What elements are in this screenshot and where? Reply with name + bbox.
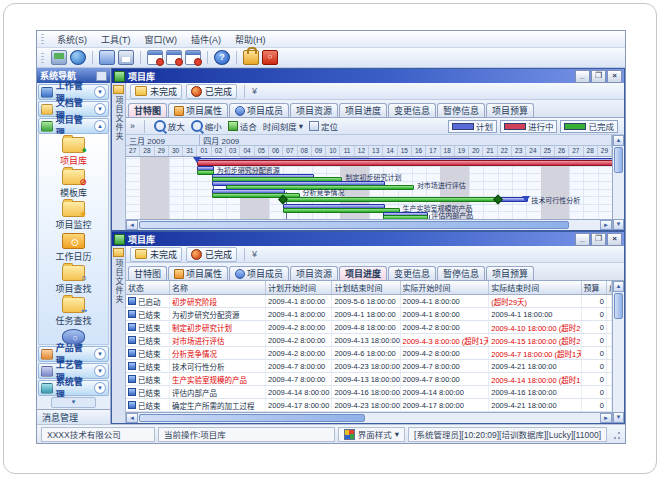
table-row[interactable]: 已结束分析竞争情况2009-4-2 8:00:002009-4-6 18:00:… (126, 347, 612, 360)
close-icon[interactable]: × (607, 233, 622, 246)
table-horizontal-scrollbar[interactable]: ◄ ► (126, 412, 612, 423)
sidebar-item-项目查找[interactable]: 项目查找 (39, 265, 108, 295)
zoom-out-button[interactable]: 缩小 (191, 120, 222, 132)
fit-button[interactable]: 适合 (228, 120, 257, 132)
toolbar-extra-button[interactable]: ¥ (252, 86, 257, 96)
toolbar-grip[interactable] (41, 53, 44, 63)
locate-button[interactable]: 定位 (309, 120, 338, 132)
toolbar-extra-button[interactable]: ¥ (252, 249, 257, 259)
save-icon[interactable] (118, 50, 134, 65)
menu-item-帮助(H)[interactable]: 帮助(H) (228, 34, 273, 46)
scrollbar-thumb[interactable] (614, 147, 623, 173)
gantt-horizontal-scrollbar[interactable]: ◄ ► (126, 219, 612, 230)
tab-暂停信息[interactable]: 暂停信息 (437, 103, 485, 117)
gantt-bar-done[interactable] (283, 197, 499, 202)
scrollbar-thumb[interactable] (139, 414, 365, 422)
interface-style-dropdown[interactable]: 界面样式 ▾ (338, 427, 405, 442)
tab-message-management[interactable]: 消息管理 (37, 409, 110, 424)
sidebar-item-项目监控[interactable]: 项目监控 (39, 201, 108, 231)
scroll-down-icon[interactable]: ▼ (613, 412, 624, 423)
sidebar-group-项目管理[interactable]: 项目管理▴ (38, 118, 109, 134)
menu-item-系统(S)[interactable]: 系统(S) (50, 34, 94, 46)
menu-item-窗口(W)[interactable]: 窗口(W) (138, 34, 185, 46)
project-folders-tab[interactable]: 项目文件夹 (112, 246, 126, 423)
table-row[interactable]: 已结束确定生产所需的加工过程2009-4-17 8:00:002009-4-23… (126, 399, 612, 412)
sidebar-collapse-icon[interactable]: ▾ (51, 397, 96, 408)
tab-项目资源[interactable]: 项目资源 (290, 103, 338, 117)
chevron-down-icon[interactable]: ▾ (94, 382, 106, 394)
tab-变更信息[interactable]: 变更信息 (388, 103, 436, 117)
table-row[interactable]: 已结束技术可行性分析2009-4-7 8:00:002009-4-23 18:0… (126, 360, 612, 373)
tab-甘特图[interactable]: 甘特图 (128, 266, 167, 280)
tab-项目进度[interactable]: 项目进度 (339, 103, 387, 117)
timescale-dropdown[interactable]: 时间刻度▾ (263, 120, 303, 132)
exit-icon[interactable]: ○ (262, 50, 278, 65)
minimize-icon[interactable]: _ (575, 70, 590, 83)
chevron-down-icon[interactable]: ▾ (94, 348, 106, 360)
tab-项目预算[interactable]: 项目预算 (486, 103, 534, 117)
sidebar-group-系统管理[interactable]: 系统管理▾ (38, 380, 109, 396)
tab-项目属性[interactable]: 项目属性 (168, 103, 228, 117)
tab-项目资源[interactable]: 项目资源 (290, 266, 338, 280)
column-header-状态[interactable]: 状态 (126, 281, 170, 294)
table-row[interactable]: 已启动初步研究阶段2009-4-1 8:00:002009-5-6 18:00:… (126, 295, 612, 308)
toolbar-overflow-button[interactable]: » (130, 121, 135, 131)
scroll-up-icon[interactable]: ▲ (613, 281, 624, 292)
lock-icon[interactable] (243, 50, 259, 65)
table-vertical-scrollbar[interactable]: ▲ ▼ (612, 281, 624, 423)
sidebar-item-模板库[interactable]: 模板库 (39, 169, 108, 199)
close-icon[interactable]: × (607, 70, 622, 83)
column-header-实际开始时间[interactable]: 实际开始时间 (401, 281, 490, 294)
table-row[interactable]: 已结束制定初步研究计划2009-4-2 8:00:002009-4-8 18:0… (126, 321, 612, 334)
window-cascade-icon[interactable] (147, 50, 163, 65)
tab-项目成员[interactable]: 项目成员 (229, 266, 289, 280)
gantt-vertical-scrollbar[interactable]: ▲ ▼ (612, 135, 624, 230)
sidebar-item-项目库[interactable]: 项目库 (39, 137, 108, 167)
table-row[interactable]: 已结束对市场进行评估2009-4-2 8:00:002009-4-13 18:0… (126, 334, 612, 347)
tab-项目成员[interactable]: 项目成员 (229, 103, 289, 117)
table-row[interactable]: 已结束生产实验室规模的产品2009-4-7 8:00:002009-4-13 1… (126, 373, 612, 386)
minimize-icon[interactable]: _ (575, 233, 590, 246)
zoom-in-button[interactable]: 放大 (154, 120, 185, 132)
open-folder-icon[interactable] (99, 50, 115, 65)
restore-icon[interactable]: ❐ (591, 70, 606, 83)
finished-button[interactable]: 已完成 (186, 247, 237, 262)
menubar-grip[interactable] (41, 34, 44, 44)
column-header-名称[interactable]: 名称 (170, 281, 266, 294)
window-title-bar[interactable]: 项目库 _ ❐ × (112, 232, 624, 246)
scroll-down-icon[interactable]: ▼ (613, 219, 624, 230)
scroll-left-icon[interactable]: ◄ (126, 220, 138, 230)
unfinished-button[interactable]: 未完成 (130, 84, 182, 99)
tab-项目预算[interactable]: 项目预算 (486, 266, 534, 280)
column-header-计划结束时间[interactable]: 计划结束时间 (332, 281, 400, 294)
gantt-bar-done[interactable] (283, 208, 399, 213)
scroll-right-icon[interactable]: ► (600, 220, 612, 230)
project-folders-tab[interactable]: 项目文件夹 (112, 83, 126, 230)
table-row[interactable]: 已结束为初步研究分配资源2009-4-1 8:00:002009-4-1 18:… (126, 308, 612, 321)
tab-甘特图[interactable]: 甘特图 (128, 103, 167, 117)
menu-item-工具(T)[interactable]: 工具(T) (94, 34, 138, 46)
finished-button[interactable]: 已完成 (186, 84, 237, 99)
window-title-bar[interactable]: 项目库 _ ❐ × (112, 69, 624, 83)
resize-grip[interactable] (611, 428, 621, 440)
window-tile-horizontal-icon[interactable] (166, 50, 182, 65)
system-icon[interactable] (51, 50, 67, 65)
sidebar-options-icon[interactable] (96, 71, 107, 81)
chevron-up-icon[interactable]: ▴ (94, 120, 106, 132)
gantt-bar-done[interactable] (383, 215, 428, 219)
sidebar-item-工作日历[interactable]: 工作日历 (39, 233, 108, 263)
tab-项目进度[interactable]: 项目进度 (339, 266, 387, 280)
menu-item-插件(A)[interactable]: 插件(A) (184, 34, 228, 46)
scroll-left-icon[interactable]: ◄ (126, 413, 138, 423)
column-header-实际结束时间[interactable]: 实际结束时间 (489, 281, 581, 294)
scrollbar-thumb[interactable] (139, 221, 569, 229)
chevron-down-icon[interactable]: ▾ (94, 365, 106, 377)
scroll-right-icon[interactable]: ► (600, 413, 612, 423)
sidebar-item-项目文档查找[interactable]: 项目文档查找 (39, 329, 108, 345)
tab-变更信息[interactable]: 变更信息 (388, 266, 436, 280)
browser-icon[interactable] (70, 50, 86, 65)
unfinished-button[interactable]: 未完成 (130, 247, 182, 262)
column-header-计划开始时间[interactable]: 计划开始时间 (266, 281, 332, 294)
tab-项目属性[interactable]: 项目属性 (168, 266, 228, 280)
tab-暂停信息[interactable]: 暂停信息 (437, 266, 485, 280)
